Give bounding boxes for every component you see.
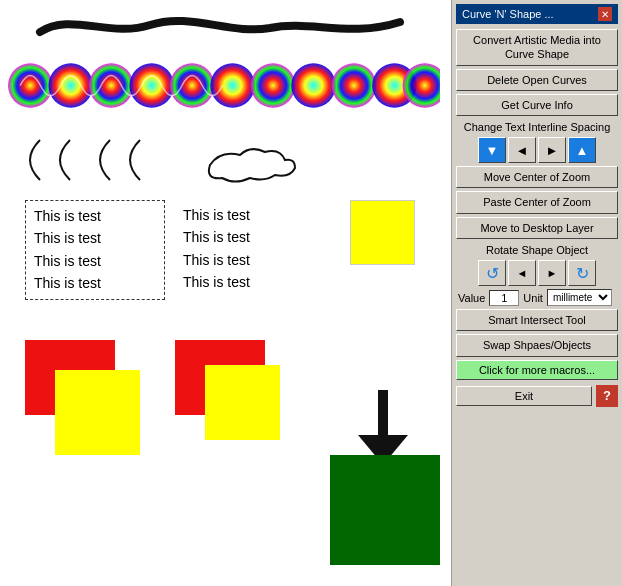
text-block-dashed: This is test This is test This is test T… [25, 200, 165, 300]
svg-point-6 [251, 63, 296, 108]
rotate-left-button[interactable]: ◄ [508, 260, 536, 286]
text-line-2: This is test [34, 227, 156, 249]
svg-point-0 [8, 63, 53, 108]
right-panel: Curve 'N' Shape ... ✕ Convert Artistic M… [452, 0, 622, 586]
svg-point-4 [170, 63, 215, 108]
rotate-ccw-button[interactable]: ↺ [478, 260, 506, 286]
change-text-label: Change Text Interline Spacing [456, 121, 618, 133]
smart-intersect-button[interactable]: Smart Intersect Tool [456, 309, 618, 331]
rotate-right-button[interactable]: ► [538, 260, 566, 286]
svg-point-8 [332, 63, 377, 108]
swirls-row [5, 48, 440, 123]
exit-row: Exit ? [456, 385, 618, 407]
paste-center-zoom-button[interactable]: Paste Center of Zoom [456, 191, 618, 213]
text-spacing-arrows: ▼ ◄ ► ▲ [456, 137, 618, 163]
svg-point-7 [291, 63, 336, 108]
brush-stroke [30, 10, 410, 40]
move-desktop-layer-button[interactable]: Move to Desktop Layer [456, 217, 618, 239]
text-line-5: This is test [183, 204, 347, 226]
delete-open-curves-button[interactable]: Delete Open Curves [456, 69, 618, 91]
unit-label: Unit [523, 292, 543, 304]
text-spacing-down-button[interactable]: ▼ [478, 137, 506, 163]
yellow-square-top [350, 200, 415, 265]
text-line-1: This is test [34, 205, 156, 227]
canvas-area: This is test This is test This is test T… [0, 0, 452, 586]
close-button[interactable]: ✕ [598, 7, 612, 21]
help-button[interactable]: ? [596, 385, 618, 407]
swap-shapes-button[interactable]: Swap Shpaes/Objects [456, 334, 618, 356]
svg-point-2 [89, 63, 134, 108]
unit-select[interactable]: millimete inch pixel [547, 289, 612, 306]
text-line-6: This is test [183, 226, 347, 248]
svg-point-3 [129, 63, 174, 108]
more-macros-button[interactable]: Click for more macros... [456, 360, 618, 380]
move-center-zoom-button[interactable]: Move Center of Zoom [456, 166, 618, 188]
rotate-cw-button[interactable]: ↻ [568, 260, 596, 286]
yellow-square-right [205, 365, 280, 440]
green-rectangle [330, 455, 440, 565]
text-spacing-right-button[interactable]: ► [538, 137, 566, 163]
text-line-7: This is test [183, 249, 347, 271]
convert-button[interactable]: Convert Artistic Media into Curve Shape [456, 29, 618, 66]
panel-title: Curve 'N' Shape ... [462, 8, 554, 20]
panel-title-bar: Curve 'N' Shape ... ✕ [456, 4, 618, 24]
value-unit-row: Value Unit millimete inch pixel [456, 289, 618, 306]
yellow-square-left [55, 370, 140, 455]
text-spacing-left-button[interactable]: ◄ [508, 137, 536, 163]
rotate-arrows: ↺ ◄ ► ↻ [456, 260, 618, 286]
exit-button[interactable]: Exit [456, 386, 592, 406]
value-input[interactable] [489, 290, 519, 306]
text-line-3: This is test [34, 250, 156, 272]
get-curve-info-button[interactable]: Get Curve Info [456, 94, 618, 116]
curves-row [10, 130, 440, 190]
text-line-8: This is test [183, 271, 347, 293]
svg-point-5 [210, 63, 255, 108]
svg-point-1 [49, 63, 94, 108]
text-spacing-up-button[interactable]: ▲ [568, 137, 596, 163]
text-block-solid: This is test This is test This is test T… [175, 200, 355, 298]
value-label: Value [458, 292, 485, 304]
rotate-shape-label: Rotate Shape Object [456, 244, 618, 256]
text-line-4: This is test [34, 272, 156, 294]
